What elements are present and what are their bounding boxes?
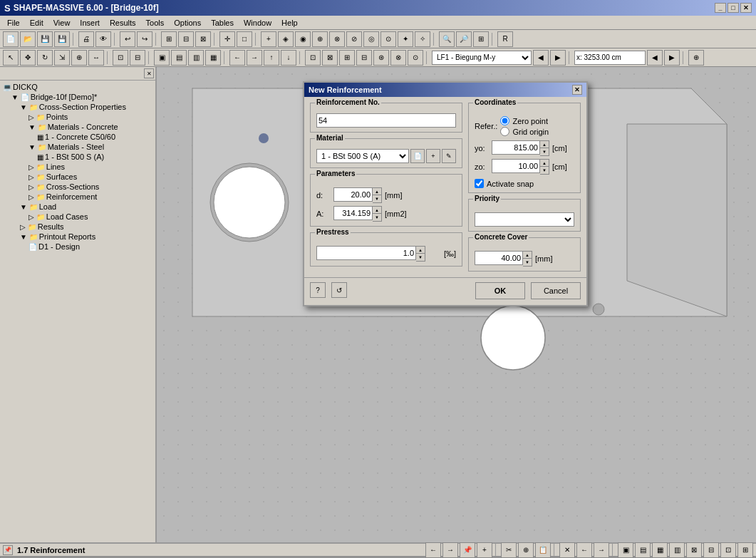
- restore-button[interactable]: □: [727, 3, 739, 13]
- yo-spin-down[interactable]: ▼: [540, 148, 549, 155]
- lf-prev-button[interactable]: ◀: [533, 50, 549, 66]
- zo-spin-up[interactable]: ▲: [540, 160, 549, 167]
- extra-button[interactable]: ⊕: [688, 50, 704, 66]
- select3-button[interactable]: ⊠: [322, 50, 338, 66]
- copy-button[interactable]: ⊕: [71, 50, 87, 66]
- snap2-button[interactable]: ⊟: [130, 50, 145, 66]
- cancel-button[interactable]: Cancel: [531, 282, 581, 299]
- bt-view1[interactable]: ▣: [618, 542, 633, 558]
- bt-copy[interactable]: ⊕: [518, 542, 534, 558]
- bt-view7[interactable]: ⊡: [720, 542, 736, 558]
- menu-file[interactable]: File: [3, 17, 24, 29]
- scale-button[interactable]: ⇲: [54, 50, 70, 66]
- rotate-button[interactable]: ↻: [37, 50, 53, 66]
- save-as-button[interactable]: 💾: [54, 31, 70, 47]
- lf-combo[interactable]: LF1 - Biegung M-y: [432, 51, 532, 65]
- print-button[interactable]: 🖨: [78, 31, 94, 47]
- menu-help[interactable]: Help: [277, 17, 302, 29]
- prestress-spin-down[interactable]: ▼: [416, 254, 425, 261]
- redo-button[interactable]: ↪: [137, 31, 152, 47]
- cc-spin-down[interactable]: ▼: [523, 259, 532, 266]
- zoom-in-button[interactable]: 🔍: [439, 31, 455, 47]
- zoom-fit-button[interactable]: ⊞: [473, 31, 489, 47]
- tree-results[interactable]: ▷ 📁 Results: [3, 222, 152, 232]
- mat-btn1[interactable]: 📄: [410, 149, 425, 163]
- menu-options[interactable]: Options: [170, 17, 205, 29]
- bt-tool1[interactable]: +: [477, 542, 492, 558]
- snap-button[interactable]: ⊡: [113, 50, 128, 66]
- bt-paste[interactable]: 📋: [535, 542, 551, 558]
- tool2-button[interactable]: ◈: [278, 31, 294, 47]
- tree-d1-design[interactable]: 📄 D1 - Design: [3, 242, 152, 252]
- cc-spin-up[interactable]: ▲: [523, 252, 532, 259]
- tree-reinforcement[interactable]: ▷ 📁 Reinforcement: [3, 192, 152, 202]
- bt-arrow2[interactable]: →: [594, 542, 609, 558]
- tool6-button[interactable]: ⊘: [346, 31, 362, 47]
- activate-snap-checkbox[interactable]: [475, 179, 484, 188]
- select5-button[interactable]: ⊟: [356, 50, 372, 66]
- view4-button[interactable]: ▦: [205, 50, 221, 66]
- print-preview-button[interactable]: 👁: [95, 31, 111, 47]
- tree-printout[interactable]: ▼ 📁 Printout Reports: [3, 232, 152, 242]
- open-button[interactable]: 📂: [20, 31, 36, 47]
- new-button[interactable]: 📄: [3, 31, 19, 47]
- a-spin-down[interactable]: ▼: [373, 214, 381, 221]
- view3-button[interactable]: ▥: [188, 50, 204, 66]
- menu-tools[interactable]: Tools: [142, 17, 169, 29]
- bt-view6[interactable]: ⊟: [703, 542, 719, 558]
- bt-back-button[interactable]: ←: [425, 542, 441, 558]
- tool9-button[interactable]: ✦: [398, 31, 413, 47]
- mirror-button[interactable]: ↔: [88, 50, 104, 66]
- x-coord-input[interactable]: [574, 51, 646, 65]
- view2-button[interactable]: ▤: [171, 50, 187, 66]
- tool1-button[interactable]: +: [261, 31, 276, 47]
- bt-pin-button[interactable]: 📌: [3, 545, 13, 555]
- minimize-button[interactable]: _: [715, 3, 726, 13]
- yo-spin-up[interactable]: ▲: [540, 141, 549, 148]
- prestress-input[interactable]: [316, 246, 416, 260]
- select-button[interactable]: ↖: [3, 50, 19, 66]
- arrow2-button[interactable]: →: [247, 50, 262, 66]
- insert-point-button[interactable]: ✛: [219, 31, 235, 47]
- zero-point-radio[interactable]: [500, 116, 509, 125]
- select4-button[interactable]: ⊞: [339, 50, 355, 66]
- zo-input[interactable]: [492, 159, 540, 173]
- zo-spin-down[interactable]: ▼: [540, 167, 549, 174]
- bt-fwd-button[interactable]: →: [442, 542, 458, 558]
- tree-lines[interactable]: ▷ 📁 Lines: [3, 162, 152, 172]
- mat-btn3[interactable]: ✎: [442, 149, 456, 163]
- arrow1-button[interactable]: ←: [229, 50, 245, 66]
- tool4-button[interactable]: ⊕: [312, 31, 328, 47]
- tool10-button[interactable]: ✧: [415, 31, 430, 47]
- tree-cross-props[interactable]: ▼ 📁 Cross-Section Properties: [3, 102, 152, 112]
- lf-next-button[interactable]: ▶: [550, 50, 566, 66]
- yo-input[interactable]: [492, 140, 540, 155]
- menu-insert[interactable]: Insert: [76, 17, 104, 29]
- arrow4-button[interactable]: ↓: [281, 50, 296, 66]
- tree-surfaces[interactable]: ▷ 📁 Surfaces: [3, 172, 152, 182]
- menu-window[interactable]: Window: [239, 17, 276, 29]
- reinforcement-no-input[interactable]: [316, 113, 456, 128]
- bt-arrow1[interactable]: ←: [576, 542, 592, 558]
- select2-button[interactable]: ⊡: [305, 50, 321, 66]
- tree-mat-steel-1[interactable]: ▦ 1 - BSt 500 S (A): [3, 152, 152, 162]
- grid3-button[interactable]: ⊠: [195, 31, 211, 47]
- grid2-button[interactable]: ⊟: [178, 31, 194, 47]
- select6-button[interactable]: ⊛: [373, 50, 389, 66]
- d-spin-down[interactable]: ▼: [373, 195, 381, 202]
- tree-bridge[interactable]: ▼ 📄 Bridge-10f [Demo]*: [3, 92, 152, 102]
- panel-close-button[interactable]: ✕: [144, 68, 154, 78]
- cc-input[interactable]: [475, 251, 523, 265]
- close-button[interactable]: ✕: [740, 3, 752, 13]
- prestress-spin-up[interactable]: ▲: [416, 247, 425, 254]
- tree-points[interactable]: ▷ 📁 Points: [3, 112, 152, 122]
- tree-load[interactable]: ▼ 📁 Load: [3, 202, 152, 212]
- results-button[interactable]: R: [497, 31, 513, 47]
- coord-nav2[interactable]: ▶: [664, 50, 680, 66]
- tool3-button[interactable]: ◉: [295, 31, 311, 47]
- tree-load-cases[interactable]: ▷ 📁 Load Cases: [3, 212, 152, 222]
- tree-mat-concrete[interactable]: ▼ 📁 Materials - Concrete: [3, 122, 152, 132]
- material-select[interactable]: 1 - BSt 500 S (A): [316, 149, 409, 163]
- menu-tables[interactable]: Tables: [207, 17, 238, 29]
- arrow3-button[interactable]: ↑: [264, 50, 279, 66]
